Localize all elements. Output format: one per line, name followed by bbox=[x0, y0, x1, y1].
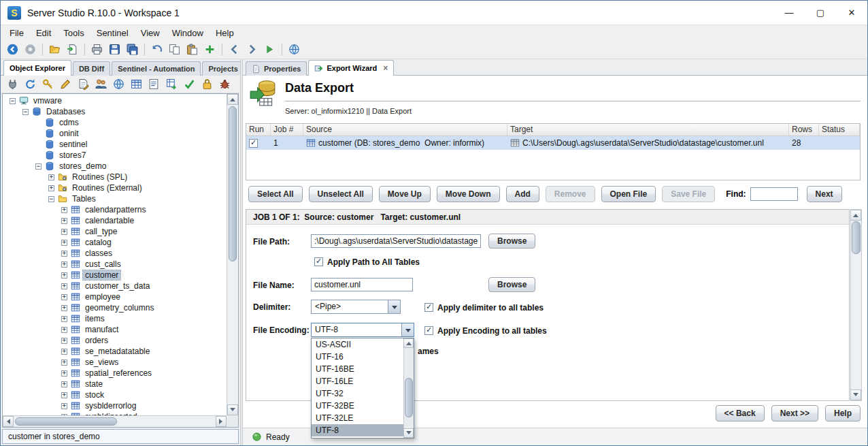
tree-node-vmware[interactable]: −vmware bbox=[3, 95, 227, 106]
scroll-down-button[interactable] bbox=[850, 389, 861, 400]
tree-node-state[interactable]: +state bbox=[3, 379, 227, 389]
nav-back-icon[interactable] bbox=[227, 42, 242, 57]
expand-handle-icon[interactable]: + bbox=[61, 305, 67, 311]
edit-icon[interactable] bbox=[58, 76, 73, 92]
next-button[interactable]: Next bbox=[807, 186, 842, 202]
expand-handle-icon[interactable]: + bbox=[61, 316, 67, 322]
tree-node-oninit[interactable]: +oninit bbox=[3, 128, 227, 139]
add-button[interactable]: Add bbox=[506, 186, 539, 202]
tree-node-stores-demo[interactable]: −stores_demo bbox=[3, 161, 227, 172]
paste-icon[interactable] bbox=[184, 42, 200, 57]
file-name-input[interactable] bbox=[311, 278, 413, 291]
tree-node-stores7[interactable]: +stores7 bbox=[3, 150, 227, 161]
chevron-down-icon[interactable] bbox=[401, 323, 414, 336]
key-icon[interactable] bbox=[40, 76, 56, 92]
job-panel-scroll-thumb[interactable] bbox=[852, 221, 861, 254]
encoding-option-utf-16be[interactable]: UTF-16BE bbox=[312, 363, 403, 375]
help-button[interactable]: Help bbox=[825, 405, 861, 421]
expand-handle-icon[interactable]: + bbox=[61, 240, 67, 246]
open-folder-icon[interactable] bbox=[47, 42, 63, 57]
tree-node-tables[interactable]: −Tables bbox=[3, 193, 227, 204]
collapse-handle-icon[interactable]: − bbox=[35, 163, 41, 170]
run-checkbox[interactable] bbox=[249, 139, 258, 148]
chevron-down-icon[interactable] bbox=[388, 300, 400, 313]
dropdown-scrollbar[interactable] bbox=[403, 338, 414, 438]
encoding-option-utf-32[interactable]: UTF-32 bbox=[312, 387, 403, 400]
run-icon[interactable] bbox=[262, 42, 278, 57]
tree-horizontal-scrollbar[interactable] bbox=[3, 415, 227, 427]
collapse-handle-icon[interactable]: − bbox=[22, 109, 29, 115]
expand-handle-icon[interactable]: + bbox=[61, 381, 67, 387]
tree-node-employee[interactable]: +employee bbox=[3, 291, 227, 302]
expand-handle-icon[interactable]: + bbox=[61, 294, 67, 300]
browse-name-button[interactable]: Browse bbox=[488, 277, 535, 292]
expand-handle-icon[interactable]: + bbox=[61, 272, 67, 278]
tree-node-spatial-references[interactable]: +spatial_references bbox=[3, 368, 227, 379]
back-button[interactable]: << Back bbox=[716, 405, 765, 421]
apply-delimiter-checkbox[interactable] bbox=[424, 303, 433, 312]
script-icon[interactable] bbox=[76, 76, 91, 92]
tree-node-routines-spl[interactable]: +Routines (SPL) bbox=[3, 172, 227, 182]
expand-handle-icon[interactable]: + bbox=[61, 261, 67, 268]
expand-handle-icon[interactable]: + bbox=[61, 207, 67, 213]
minimize-button[interactable]: — bbox=[773, 1, 805, 25]
tree-node-calendartable[interactable]: +calendartable bbox=[3, 215, 227, 226]
world-key-icon[interactable] bbox=[286, 42, 302, 57]
tree-node-call-type[interactable]: +call_type bbox=[3, 226, 227, 237]
sql-editor-icon[interactable] bbox=[146, 76, 162, 92]
expand-handle-icon[interactable]: + bbox=[61, 218, 67, 224]
explorer-tab-db-diff[interactable]: DB Diff bbox=[73, 61, 110, 76]
tree-node-se-metadatatable[interactable]: +se_metadatatable bbox=[3, 346, 227, 357]
expand-handle-icon[interactable]: + bbox=[61, 327, 67, 333]
expand-handle-icon[interactable]: + bbox=[61, 229, 67, 235]
job-panel-scrollbar[interactable] bbox=[850, 209, 862, 401]
scroll-left-button[interactable] bbox=[3, 416, 14, 427]
expand-handle-icon[interactable]: + bbox=[61, 338, 67, 344]
collapse-handle-icon[interactable]: − bbox=[48, 196, 54, 202]
tree-node-routines-external[interactable]: +Routines (External) bbox=[3, 182, 227, 193]
tree-node-geometry-columns[interactable]: +geometry_columns bbox=[3, 302, 227, 313]
menu-window[interactable]: Window bbox=[166, 27, 210, 39]
save-icon[interactable] bbox=[107, 42, 122, 57]
close-tab-icon[interactable]: × bbox=[383, 63, 388, 73]
select-all-button[interactable]: Select All bbox=[248, 186, 303, 202]
validate-icon[interactable] bbox=[182, 76, 197, 92]
tree-node-cust-calls[interactable]: +cust_calls bbox=[3, 259, 227, 270]
explorer-tab-object-explorer[interactable]: Object Explorer bbox=[3, 60, 71, 76]
menu-tools[interactable]: Tools bbox=[57, 27, 90, 39]
menu-view[interactable]: View bbox=[135, 27, 166, 39]
tree-node-classes[interactable]: +classes bbox=[3, 248, 227, 259]
expand-handle-icon[interactable]: + bbox=[61, 349, 67, 355]
menu-file[interactable]: File bbox=[3, 27, 30, 39]
remove-button[interactable]: Remove bbox=[546, 186, 595, 202]
expand-handle-icon[interactable]: + bbox=[61, 392, 67, 398]
browse-path-button[interactable]: Browse bbox=[488, 234, 535, 249]
editor-tab-properties[interactable]: Properties bbox=[246, 61, 307, 76]
scroll-up-button[interactable] bbox=[850, 210, 861, 221]
save-file-button[interactable]: Save File bbox=[662, 186, 715, 202]
tree-node-manufact[interactable]: +manufact bbox=[3, 324, 227, 335]
maximize-button[interactable]: ▢ bbox=[805, 1, 836, 25]
print-icon[interactable] bbox=[89, 42, 105, 57]
nav-forward-icon[interactable] bbox=[244, 42, 260, 57]
open-file-button[interactable]: Open File bbox=[601, 186, 656, 202]
export-grid-icon[interactable] bbox=[164, 76, 180, 92]
menu-help[interactable]: Help bbox=[210, 27, 240, 39]
import-file-icon[interactable] bbox=[65, 42, 80, 57]
tree-node-databases[interactable]: −Databases bbox=[3, 106, 227, 117]
file-path-input[interactable] bbox=[311, 234, 481, 248]
tree-node-customer[interactable]: +customer bbox=[3, 270, 227, 281]
debug-icon[interactable] bbox=[217, 76, 233, 92]
job-row[interactable]: 1customer (DB: stores_demo Owner: inform… bbox=[246, 136, 860, 150]
tree-node-sysblderrorlog[interactable]: +sysblderrorlog bbox=[3, 400, 227, 411]
editor-tab-export-wizard[interactable]: Export Wizard× bbox=[308, 60, 394, 76]
tree-node-cdms[interactable]: +cdms bbox=[3, 117, 227, 128]
close-button[interactable]: ✕ bbox=[836, 1, 867, 25]
unselect-all-button[interactable]: Unselect All bbox=[309, 186, 373, 202]
tree-node-se-views[interactable]: +se_views bbox=[3, 357, 227, 368]
expand-handle-icon[interactable]: + bbox=[48, 174, 54, 180]
stop-icon[interactable] bbox=[22, 42, 38, 57]
tree-vertical-scrollbar[interactable] bbox=[227, 94, 238, 415]
expand-handle-icon[interactable]: + bbox=[61, 370, 67, 377]
expand-handle-icon[interactable]: + bbox=[48, 185, 54, 191]
